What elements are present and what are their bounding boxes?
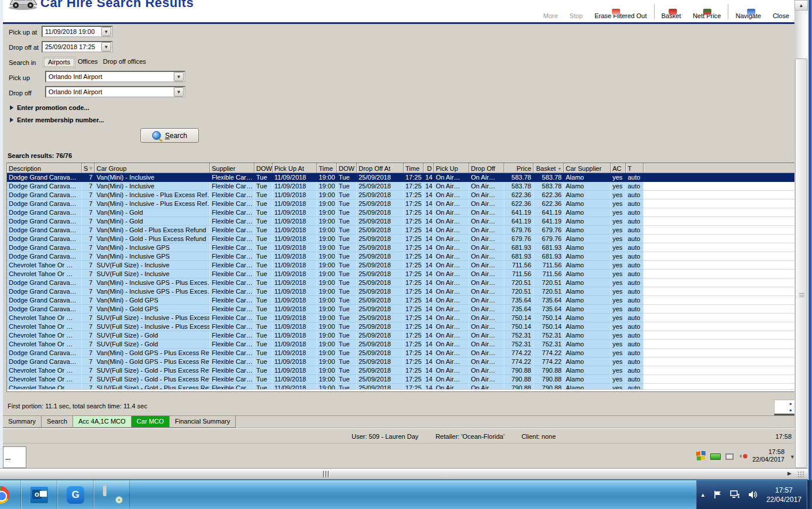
table-row[interactable]: Dodge Grand Carava…7Van(Mini) - Inclusiv…: [7, 182, 794, 191]
table-row[interactable]: Dodge Grand Carava…7Van(Mini) - Inclusiv…: [7, 287, 794, 296]
tab-airports[interactable]: Airports: [43, 57, 75, 68]
table-row[interactable]: Dodge Grand Carava…7Van(Mini) - Inclusiv…: [7, 278, 794, 287]
table-row[interactable]: Chevrolet Tahoe Or …7SUV(Full Size) - In…: [7, 314, 794, 322]
table-row[interactable]: Dodge Grand Carava…7Van(Mini) - Inclusiv…: [7, 200, 794, 208]
chevron-down-icon[interactable]: ▼: [174, 87, 184, 97]
table-row[interactable]: Dodge Grand Carava…7Van(Mini) - GoldFlex…: [7, 217, 794, 226]
chevron-down-icon[interactable]: ▼: [101, 42, 111, 51]
table-row[interactable]: Chevrolet Tahoe Or …7SUV(Full Size) - In…: [7, 270, 794, 278]
table-row[interactable]: Dodge Grand Carava…7Van(Mini) - Gold GPS…: [7, 357, 794, 366]
tab-acc-4a-1c-mco[interactable]: Acc 4A,1C MCO: [73, 416, 132, 428]
column-header-basket[interactable]: Basket▼: [534, 163, 564, 173]
pick-up-combobox[interactable]: Orlando Intl Airport▼: [45, 71, 185, 82]
table-row[interactable]: Dodge Grand Carava…7Van(Mini) - Gold GPS…: [7, 349, 794, 357]
muted-speaker-icon[interactable]: ◖⊗: [738, 452, 748, 460]
tab-car-mco[interactable]: Car MCO: [132, 416, 170, 428]
table-row[interactable]: Dodge Grand Carava…7Van(Mini) - Inclusiv…: [7, 243, 794, 252]
action-center-flag-icon[interactable]: [714, 490, 722, 499]
chevron-down-icon[interactable]: ▼: [101, 27, 111, 36]
column-header-price[interactable]: Price: [504, 163, 534, 173]
cell-group: SUV(Full Size) - Inclusive: [95, 261, 210, 270]
nett-price-button[interactable]: Nett Price: [687, 11, 727, 20]
column-header-dow1[interactable]: DOW: [254, 163, 273, 173]
table-row[interactable]: Chevrolet Tahoe Or …7SUV(Full Size) - Go…: [7, 384, 794, 390]
show-hidden-icons-arrow[interactable]: ▲: [700, 492, 706, 498]
scroll-corner-box[interactable]: [774, 400, 794, 415]
navigate-icon: [747, 9, 755, 15]
table-row[interactable]: Dodge Grand Carava…7Van(Mini) - Gold - P…: [7, 235, 794, 243]
tab-drop-off-offices[interactable]: Drop off offices: [98, 57, 151, 67]
table-row[interactable]: Dodge Grand Carava…7Van(Mini) - Gold GPS…: [7, 305, 794, 314]
drop-off-combobox[interactable]: Orlando Intl Airport▼: [45, 86, 185, 98]
scroll-up-arrow-icon[interactable]: ▲: [794, 0, 808, 11]
scrollbar-grip[interactable]: [323, 471, 329, 477]
basket-button[interactable]: Basket: [656, 11, 687, 20]
scroll-right-arrow-icon[interactable]: ▶: [787, 470, 792, 476]
resize-grip[interactable]: [797, 471, 804, 478]
column-header-dropoffat[interactable]: Drop Off At: [357, 163, 404, 173]
rdp-vertical-scrollbar[interactable]: ▲: [794, 0, 808, 468]
taskbar-item-g-app[interactable]: G: [57, 480, 94, 509]
table-row[interactable]: Chevrolet Tahoe Or …7SUV(Full Size) - In…: [7, 322, 794, 331]
cell-group: Van(Mini) - Gold GPS - Plus Excess Ref…: [95, 357, 210, 366]
column-header-s[interactable]: S: [82, 163, 95, 173]
speaker-icon[interactable]: [748, 490, 758, 499]
table-row[interactable]: Dodge Grand Carava…7Van(Mini) - GoldFlex…: [7, 208, 794, 217]
network-card-icon[interactable]: [710, 453, 721, 460]
show-desktop-button[interactable]: [807, 480, 812, 509]
close-button[interactable]: Close: [767, 11, 794, 20]
table-row[interactable]: Chevrolet Tahoe Or …7SUV(Full Size) - Go…: [7, 331, 794, 340]
table-row[interactable]: Chevrolet Tahoe Or …7SUV(Full Size) - In…: [7, 261, 794, 270]
membership-number-expander[interactable]: Enter membership number...: [10, 116, 104, 123]
cell-ac: yes: [611, 252, 626, 261]
erase-filtered-out-button[interactable]: Erase Filtered Out: [589, 11, 652, 20]
cell-price: 735.64: [504, 296, 534, 305]
column-header-dropoff[interactable]: Drop Off: [469, 163, 504, 173]
minimized-window[interactable]: ...: [3, 446, 26, 468]
taskbar-item-chrome[interactable]: [0, 480, 21, 509]
column-header-desc[interactable]: Description: [7, 163, 82, 173]
column-header-pickupat[interactable]: Pick Up At: [273, 163, 317, 173]
tray-collapse-arrow-icon[interactable]: ▼: [790, 454, 794, 460]
tab-search[interactable]: Search: [42, 416, 73, 428]
table-row[interactable]: Dodge Grand Carava…7Van(Mini) - Inclusiv…: [7, 252, 794, 261]
navigate-button[interactable]: Navigate: [730, 11, 766, 20]
column-header-time2[interactable]: Time: [404, 163, 424, 173]
tab-financial-summary[interactable]: Financial Summary: [170, 416, 236, 428]
drop-off-at-combobox[interactable]: 25/09/2018 17:25▼: [42, 41, 113, 53]
taskbar-item-outlook[interactable]: o: [21, 480, 57, 509]
network-icon[interactable]: [730, 490, 740, 499]
scrollbar-thumb[interactable]: [795, 59, 807, 468]
cell-dropoff: On Air…: [469, 200, 504, 208]
column-header-supplier[interactable]: Supplier: [210, 163, 254, 173]
cell-desc: Dodge Grand Carava…: [7, 278, 82, 287]
column-header-ac[interactable]: AC: [611, 163, 626, 173]
antivirus-icon[interactable]: [696, 451, 706, 460]
column-header-dow2[interactable]: DOW: [337, 163, 357, 173]
tab-summary[interactable]: Summary: [3, 416, 42, 428]
plug-icon[interactable]: [725, 453, 734, 460]
table-row[interactable]: Chevrolet Tahoe Or …7SUV(Full Size) - Go…: [7, 366, 794, 375]
table-row[interactable]: Chevrolet Tahoe Or …7SUV(Full Size) - Go…: [7, 340, 794, 349]
column-header-carsup[interactable]: Car Supplier: [564, 163, 611, 173]
cell-carsup: Alamo: [564, 366, 611, 375]
column-header-d[interactable]: D: [424, 163, 434, 173]
column-header-time1[interactable]: Time: [317, 163, 337, 173]
rdp-horizontal-scrollbar[interactable]: ▶: [0, 468, 808, 480]
table-row[interactable]: Dodge Grand Carava…7Van(Mini) - Gold GPS…: [7, 296, 794, 305]
column-header-t[interactable]: T: [626, 163, 644, 173]
taskbar-item-remote-desktop[interactable]: »: [94, 480, 130, 509]
table-row[interactable]: Dodge Grand Carava…7Van(Mini) - Gold - P…: [7, 226, 794, 235]
pick-up-at-combobox[interactable]: 11/09/2018 19:00▼: [42, 26, 113, 37]
table-row[interactable]: Chevrolet Tahoe Or …7SUV(Full Size) - Go…: [7, 375, 794, 384]
cell-dropoff: On Air…: [469, 252, 504, 261]
promotion-code-expander[interactable]: Enter promotion code...: [10, 104, 89, 111]
column-header-group[interactable]: Car Group: [95, 163, 210, 173]
table-row[interactable]: Dodge Grand Carava…7Van(Mini) - Inclusiv…: [7, 173, 794, 182]
column-header-pickup[interactable]: Pick Up: [434, 163, 469, 173]
cell-price: 711.56: [504, 261, 534, 270]
chevron-down-icon[interactable]: ▼: [174, 72, 184, 81]
cell-time2: 17:25: [404, 173, 424, 182]
table-row[interactable]: Dodge Grand Carava…7Van(Mini) - Inclusiv…: [7, 191, 794, 200]
search-button[interactable]: Search: [140, 128, 199, 143]
